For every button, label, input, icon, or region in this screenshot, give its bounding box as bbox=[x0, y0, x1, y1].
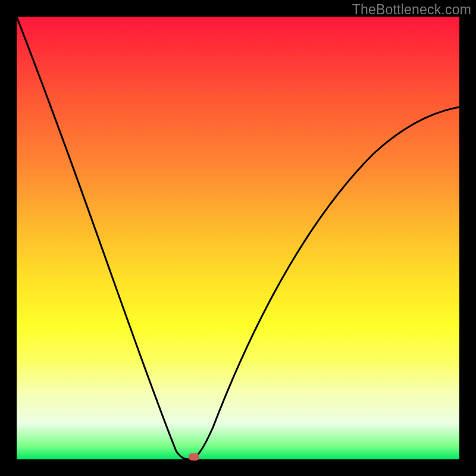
optimum-marker bbox=[189, 453, 199, 461]
chart-plot-area bbox=[17, 17, 459, 459]
chart-frame: TheBottleneck.com bbox=[0, 0, 476, 476]
watermark-text: TheBottleneck.com bbox=[352, 2, 471, 18]
curve-path bbox=[17, 17, 459, 459]
bottleneck-curve bbox=[17, 17, 459, 459]
